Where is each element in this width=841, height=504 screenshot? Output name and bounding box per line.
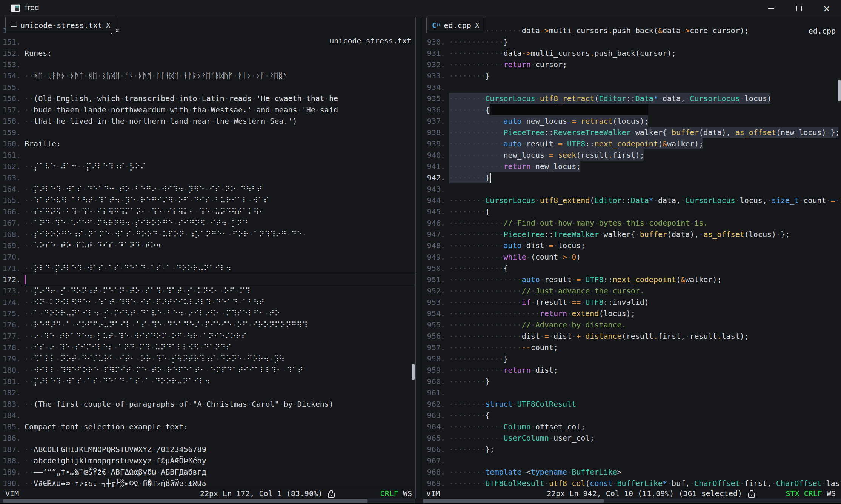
code-line[interactable]: 949.············while·(count·>·0) bbox=[423, 251, 841, 263]
code-line[interactable]: 965.············UserColumn·user_col; bbox=[423, 432, 841, 444]
code-line[interactable]: 932.············return·cursor; bbox=[423, 59, 841, 70]
pane-divider[interactable] bbox=[415, 17, 423, 499]
line-text: ············auto·dist·=·locus; bbox=[449, 240, 585, 251]
code-line[interactable]: 155. bbox=[0, 81, 415, 93]
code-line[interactable]: 165.··⠱⠁⠞⠑⠧⠻·⠁⠃⠳⠞·⠹⠁⠞⠲·⡹⠑·⠗⠑⠛⠊⠌⠻·⠕⠋·⠙⠊⠎·… bbox=[0, 195, 415, 206]
code-line[interactable]: 959.············return·dist; bbox=[423, 364, 841, 376]
code-line[interactable]: 969.········UTF8ColResult·utf8_col(const… bbox=[423, 478, 841, 487]
code-line[interactable]: 931.············data->multi_cursors.push… bbox=[423, 48, 841, 59]
code-line[interactable]: 957.················--count; bbox=[423, 342, 841, 353]
code-line[interactable]: 174.··⠪⠝·⠅⠝⠪⠇⠫⠛⠑⠂·⠱⠁⠞·⠹⠻⠑·⠊⠎·⠏⠜⠞⠊⠊⠥⠇⠜⠇⠹·… bbox=[0, 297, 415, 308]
horizontal-scrollbar-right[interactable] bbox=[423, 499, 841, 503]
horizontal-scrollbar-left[interactable] bbox=[0, 499, 415, 503]
code-line[interactable]: 167.··⠁⠝⠙·⠹⠑·⠡⠊⠑⠋·⠍⠳⠗⠝⠻⠲·⡎⠊⠗⠕⠕⠛⠑·⠎⠊⠛⠝⠫·⠊… bbox=[0, 217, 415, 229]
code-line[interactable]: 950.············{ bbox=[423, 263, 841, 274]
tab-ed-cpp[interactable]: C++ ed.cpp X bbox=[426, 17, 485, 33]
code-line[interactable]: 179.··⠩⠁⠇⠇·⠝⠕⠞·⠙⠊⠌⠥⠗⠃·⠊⠞⠂·⠕⠗·⠹⠑·⡊⠳⠝⠞⠗⠹⠰⠎… bbox=[0, 353, 415, 364]
code-line[interactable]: 966.········}; bbox=[423, 444, 841, 455]
code-line[interactable]: 964.············Column·offset_col; bbox=[423, 421, 841, 432]
code-line[interactable]: 156.··(Old·English,·which·transcribed·in… bbox=[0, 93, 415, 104]
tab-close-icon[interactable]: X bbox=[475, 21, 480, 30]
code-line[interactable]: 184. bbox=[0, 410, 415, 421]
code-line[interactable]: 182. bbox=[0, 387, 415, 398]
code-line[interactable]: 187.··ABCDEFGHIJKLMNOPQRSTUVWXYZ·/012345… bbox=[0, 444, 415, 455]
text-editor-right[interactable]: 929.················data->multi_cursors.… bbox=[423, 17, 841, 487]
code-line[interactable]: 943. bbox=[423, 183, 841, 195]
code-line[interactable]: 162.··⡌⠁⠧⠑·⠼⠁⠒··⡍⠜⠇⠑⠹⠰⠎·⡣⠕⠌ bbox=[0, 161, 415, 172]
code-line[interactable]: 180.··⠺⠊⠇⠇·⠹⠻⠑⠋⠕⠗⠑·⠏⠻⠍⠊⠞·⠍⠑·⠞⠕·⠗⠑⠏⠑⠁⠞⠂·⠑… bbox=[0, 364, 415, 376]
code-line[interactable]: 930.············} bbox=[423, 36, 841, 48]
code-line[interactable]: 929.················data->multi_cursors.… bbox=[423, 25, 841, 36]
code-line[interactable]: 172. bbox=[0, 274, 415, 285]
code-line[interactable]: 942.········} bbox=[423, 172, 841, 183]
code-line[interactable]: 152.Runes: bbox=[0, 48, 415, 59]
code-line[interactable]: 944.········CursorLocus·utf8_extend(Edit… bbox=[423, 195, 841, 206]
code-line[interactable]: 161. bbox=[0, 149, 415, 161]
code-line[interactable]: 183.··(The·first·couple·of·paragraphs·of… bbox=[0, 398, 415, 410]
code-line[interactable]: 935.········CursorLocus·utf8_retract(Edi… bbox=[423, 93, 841, 104]
code-line[interactable]: 168.··⡎⠊⠗⠕⠕⠛⠑⠰⠎·⠝⠁⠍⠑·⠺⠁⠎·⠛⠕⠕⠙·⠥⠏⠕⠝·⠰⡡⠁⠝⠛… bbox=[0, 229, 415, 240]
code-line[interactable]: 166.··⠎⠊⠛⠝⠫·⠃⠹·⠹⠑·⠊⠇⠻⠛⠹⠍⠁⠝⠂·⠹⠑·⠊⠇⠻⠅⠂·⠹⠑·… bbox=[0, 206, 415, 217]
vertical-scrollbar-thumb-right[interactable] bbox=[838, 80, 841, 101]
code-line[interactable]: 160.Braille: bbox=[0, 138, 415, 149]
code-line[interactable]: 938.············PieceTree::ReverseTreeWa… bbox=[423, 127, 841, 138]
tab-unicode-stress[interactable]: unicode-stress.txt X bbox=[5, 17, 116, 33]
code-line[interactable]: 157.··bude·thaem·lande·northweardum·with… bbox=[0, 104, 415, 115]
code-line[interactable]: 947.············PieceTree::TreeWalker·wa… bbox=[423, 229, 841, 240]
text-editor-left[interactable]: 150.··እግርህን·በፍራሽህ·ልክ·ዘርጋ።151.152.Runes:1… bbox=[0, 17, 415, 487]
code-line[interactable]: 960.········} bbox=[423, 376, 841, 387]
code-line[interactable]: 940.············new_locus·=·seek(result.… bbox=[423, 149, 841, 161]
code-line[interactable]: 963.········{ bbox=[423, 410, 841, 421]
code-line[interactable]: 185.Compact·font·selection·example·text: bbox=[0, 421, 415, 432]
code-line[interactable]: 937.············auto·new_locus·=·retract… bbox=[423, 115, 841, 127]
code-line[interactable]: 945.········{ bbox=[423, 206, 841, 217]
code-line[interactable]: 190.··∀∂∈ℝ∧∪≡∞·↑↗↨↻⇣·┐┼╔╘░►☺♀·ﬁ�⑀₂ἠḂӥẄɐː… bbox=[0, 478, 415, 487]
line-text: ··that·he·lived·in·the·northern·land·nea… bbox=[25, 115, 297, 127]
code-line[interactable]: 934. bbox=[423, 81, 841, 93]
code-line[interactable]: 154.··ᚻᛖ·ᚳᚹᚫᚦ·ᚦᚫᛏ·ᚻᛖ·ᛒᚢᛞᛖ·ᚩᚾ·ᚦᚫᛗ·ᛚᚪᚾᛞᛖ·ᚾ… bbox=[0, 70, 415, 81]
code-line[interactable]: 181.··⡍⠜⠇⠑⠹·⠺⠁⠎·⠁⠎·⠙⠑⠁⠙·⠁⠎·⠁·⠙⠕⠕⠗⠤⠝⠁⠊⠇⠲ bbox=[0, 376, 415, 387]
horizontal-scrollbar-thumb-left[interactable] bbox=[3, 499, 367, 503]
code-line[interactable]: 967. bbox=[423, 455, 841, 466]
code-line[interactable]: 968.········template·<typename·BufferLik… bbox=[423, 466, 841, 478]
code-line[interactable]: 175.··⠁·⠙⠕⠕⠗⠤⠝⠁⠊⠇⠲·⡊·⠍⠊⠣⠞·⠙⠁⠧⠑·⠃⠑⠲·⠔⠊⠇⠔⠫… bbox=[0, 308, 415, 319]
code-line[interactable]: 163. bbox=[0, 172, 415, 183]
code-line[interactable]: 954.····················return·extend(lo… bbox=[423, 308, 841, 319]
code-line[interactable]: 171.··⡕⠇⠙·⡍⠜⠇⠑⠹·⠺⠁⠎·⠁⠎·⠙⠑⠁⠙·⠁⠎·⠁·⠙⠕⠕⠗⠤⠝⠁… bbox=[0, 263, 415, 274]
tab-close-icon[interactable]: X bbox=[106, 21, 111, 30]
window-title: fred bbox=[25, 3, 39, 12]
maximize-button[interactable] bbox=[786, 0, 812, 17]
code-line[interactable]: 177.··⠔·⠹⠑·⠞⠗⠁⠙⠑⠲·⡃⠥⠞·⠹⠑·⠺⠊⠎⠙⠕⠍·⠕⠋·⠳⠗·⠁⠝… bbox=[0, 330, 415, 342]
code-line[interactable]: 939.············auto·result·=·UTF8::next… bbox=[423, 138, 841, 149]
code-line[interactable]: 173.··⡍⠔⠙⠖·⡊·⠙⠕⠝⠰⠞·⠍⠑⠁⠝·⠞⠕·⠎⠁⠹·⠹⠁⠞·⡊·⠅⠝⠪… bbox=[0, 285, 415, 297]
code-line[interactable]: 164.··⡍⠜⠇⠑⠹·⠺⠁⠎·⠙⠑⠁⠙⠒·⠞⠕·⠃⠑⠛⠔·⠺⠊⠹⠲·⡹⠻⠑·⠊… bbox=[0, 183, 415, 195]
code-line[interactable]: 186. bbox=[0, 432, 415, 444]
code-line[interactable]: 933.········} bbox=[423, 70, 841, 81]
vertical-scrollbar-thumb-left[interactable] bbox=[412, 364, 415, 380]
code-line[interactable]: 952.················//·Just·advance·the·… bbox=[423, 285, 841, 297]
line-text: ··⡍⠜⠇⠑⠹·⠺⠁⠎·⠁⠎·⠙⠑⠁⠙·⠁⠎·⠁·⠙⠕⠕⠗⠤⠝⠁⠊⠇⠲ bbox=[25, 376, 210, 387]
code-line[interactable]: 169.··⠡⠕⠎⠑·⠞⠕·⠏⠥⠞·⠙⠊⠎·⠙⠁⠝⠙·⠞⠕⠲ bbox=[0, 240, 415, 251]
minimize-button[interactable] bbox=[758, 0, 784, 17]
code-line[interactable]: 188.··abcdefghijklmnopqrstuvwxyz·£©µÀÆÖÞ… bbox=[0, 455, 415, 466]
code-line[interactable]: 951.················auto·result·=·UTF8::… bbox=[423, 274, 841, 285]
code-line[interactable]: 941.············return·new_locus; bbox=[423, 161, 841, 172]
code-line[interactable]: 961. bbox=[423, 387, 841, 398]
code-line[interactable]: 189.··–—‘“”„†•…‰™œŠŸž€·ΑΒΓΔΩαβγδω·АБВГДа… bbox=[0, 466, 415, 478]
code-line[interactable]: 953.················if·(result·==·UTF8::… bbox=[423, 297, 841, 308]
code-line[interactable]: 158.··that·he·lived·in·the·northern·land… bbox=[0, 115, 415, 127]
code-line[interactable]: 955.················//·Advance·by·distan… bbox=[423, 319, 841, 330]
code-line[interactable]: 958.············} bbox=[423, 353, 841, 364]
code-line[interactable]: 962.········struct·UTF8ColResult bbox=[423, 398, 841, 410]
code-line[interactable]: 178.··⠊⠎·⠔·⠹⠑·⠎⠊⠍⠊⠇⠑⠆·⠁⠝⠙·⠍⠹·⠥⠝⠙⠁⠇⠇⠪⠫·⠙⠁… bbox=[0, 342, 415, 353]
code-line[interactable]: 170. bbox=[0, 251, 415, 263]
code-line[interactable]: 948.············auto·dist·=·locus; bbox=[423, 240, 841, 251]
code-line[interactable]: 159. bbox=[0, 127, 415, 138]
code-line[interactable]: 153. bbox=[0, 59, 415, 70]
code-line[interactable]: 946.············//·Find·out·how·many·byt… bbox=[423, 217, 841, 229]
code-line[interactable]: 176.··⠗⠑⠛⠜⠙·⠁·⠊⠕⠋⠋⠔⠤⠝⠁⠊⠇·⠁⠎·⠹⠑·⠙⠑⠁⠙⠑⠌·⠏⠊… bbox=[0, 319, 415, 330]
close-button[interactable]: × bbox=[813, 0, 840, 17]
code-line[interactable]: 956.················dist·=·dist·+·distan… bbox=[423, 330, 841, 342]
code-line[interactable]: 936.········{ bbox=[423, 104, 841, 115]
horizontal-scrollbar-thumb-right[interactable] bbox=[423, 499, 604, 503]
